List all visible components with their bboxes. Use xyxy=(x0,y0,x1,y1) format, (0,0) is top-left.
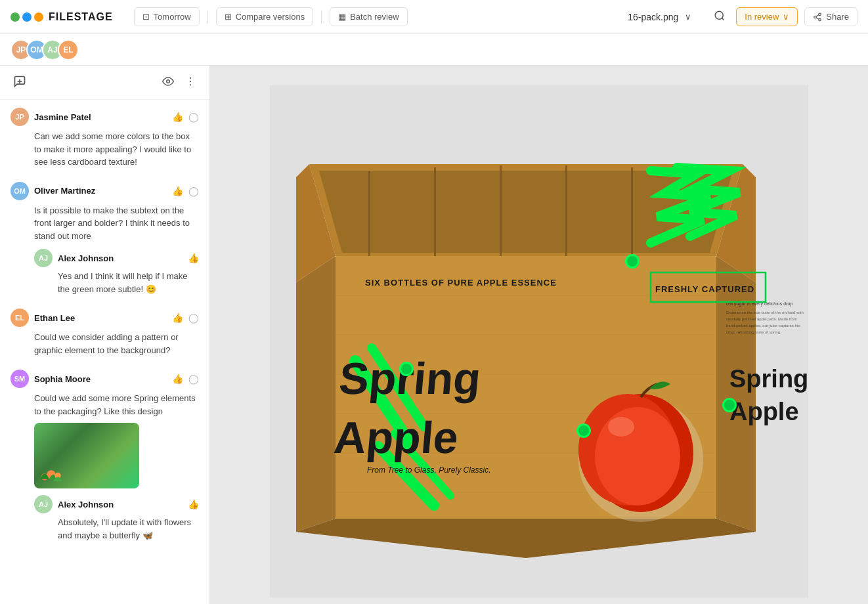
svg-text:Spring: Spring xyxy=(337,353,483,403)
svg-line-4 xyxy=(816,17,819,18)
resolve-btn[interactable]: ◯ xyxy=(188,112,199,122)
box-mockup: SIX BOTTLES OF PURE APPLE ESSENCE Spring… xyxy=(270,85,808,597)
sidebar: JPJasmine Patel👍◯Can we add some more co… xyxy=(0,66,210,604)
compare-versions-btn[interactable]: ⊞ Compare versions xyxy=(216,7,314,26)
svg-point-10 xyxy=(190,81,191,82)
comment-item: SMSophia Moore👍◯Could we add some more S… xyxy=(11,370,199,542)
svg-text:Apple: Apple xyxy=(332,412,460,462)
logo-dots xyxy=(11,12,43,22)
comment-body: Is it possible to make the subtext on th… xyxy=(34,204,199,243)
svg-text:Experience the true taste of t: Experience the true taste of the orchard… xyxy=(726,311,804,314)
compare-icon: ⊞ xyxy=(225,12,232,22)
marker-2[interactable] xyxy=(399,362,414,376)
filename-dropdown-btn[interactable]: ∨ xyxy=(682,11,694,23)
more-options-btn[interactable] xyxy=(182,73,199,92)
comment-header: OMOliver Martinez👍◯ xyxy=(11,182,199,200)
svg-point-3 xyxy=(819,18,821,21)
comment-username: Oliver Martinez xyxy=(34,186,95,196)
comment-header: SMSophia Moore👍◯ xyxy=(11,370,199,388)
dot-orange xyxy=(34,12,43,22)
reply-body: Absolutely, I'll update it with flowers … xyxy=(58,516,199,542)
avatar-group: JPOMAJEL xyxy=(11,39,74,60)
eye-btn[interactable] xyxy=(160,73,177,92)
add-comment-btn[interactable] xyxy=(11,72,29,93)
sidebar-right-tools xyxy=(160,73,199,92)
search-btn[interactable] xyxy=(710,6,729,28)
reply-header: AJAlex Johnson👍 xyxy=(34,495,199,513)
resolve-btn[interactable]: ◯ xyxy=(188,374,199,384)
comment-header: ELEthan Lee👍◯ xyxy=(11,309,199,327)
svg-text:crisp, refreshing taste of spr: crisp, refreshing taste of spring. xyxy=(726,330,781,334)
svg-text:FRESHLY CAPTURED: FRESHLY CAPTURED xyxy=(655,284,754,294)
sub-nav: JPOMAJEL xyxy=(0,34,868,66)
reply-body: Yes and I think it will help if I make t… xyxy=(58,270,199,295)
comment-avatar: EL xyxy=(11,309,29,327)
like-btn[interactable]: 👍 xyxy=(172,112,183,122)
nav-actions: In review ∨ Share xyxy=(710,6,857,28)
like-btn[interactable]: 👍 xyxy=(172,313,183,323)
reply-header: AJAlex Johnson👍 xyxy=(34,249,199,267)
comment-body: Could we consider adding a pattern or gr… xyxy=(34,331,199,356)
comment-username: Jasmine Patel xyxy=(34,112,91,122)
reviewer-avatar[interactable]: EL xyxy=(58,39,79,60)
reply-username: Alex Johnson xyxy=(58,253,114,263)
filename-area: 16-pack.png ∨ xyxy=(628,11,694,23)
logo-text: FILESTAGE xyxy=(49,11,113,23)
main-content: JPJasmine Patel👍◯Can we add some more co… xyxy=(0,66,868,604)
reply-like-btn[interactable]: 👍 xyxy=(188,253,199,263)
reply-avatar: AJ xyxy=(34,495,53,513)
share-icon xyxy=(813,12,822,22)
calendar-icon: ⊡ xyxy=(142,12,150,22)
reply-user: AJAlex Johnson xyxy=(34,249,114,267)
comment-action-buttons: 👍◯ xyxy=(172,374,199,384)
more-options-icon xyxy=(184,76,196,87)
nav-sep-1 xyxy=(207,11,208,24)
svg-text:carefully pressed apple juice.: carefully pressed apple juice. Made from xyxy=(726,317,797,321)
add-comment-icon xyxy=(13,75,26,88)
filename-label: 16-pack.png xyxy=(628,12,678,22)
batch-review-btn[interactable]: ▦ Batch review xyxy=(330,7,407,26)
marker-4[interactable] xyxy=(722,398,737,412)
status-chevron-icon: ∨ xyxy=(783,12,789,22)
svg-rect-40 xyxy=(434,167,436,256)
comment-username: Ethan Lee xyxy=(34,313,75,323)
svg-rect-42 xyxy=(565,165,567,256)
dot-green xyxy=(11,12,20,22)
comment-avatar: OM xyxy=(11,182,29,200)
comment-user: ELEthan Lee xyxy=(11,309,75,327)
comment-body: Can we add some more colors to the box t… xyxy=(34,130,199,169)
svg-point-11 xyxy=(190,84,191,85)
top-nav: FILESTAGE ⊡ Tomorrow ⊞ Compare versions … xyxy=(0,0,868,34)
status-label: In review xyxy=(745,12,779,22)
reply-user: AJAlex Johnson xyxy=(34,495,114,513)
comment-avatar: JP xyxy=(11,108,29,126)
svg-text:Spring: Spring xyxy=(729,365,808,393)
tomorrow-btn[interactable]: ⊡ Tomorrow xyxy=(134,7,200,26)
nav-sep-2 xyxy=(321,11,322,24)
comment-user: OMOliver Martinez xyxy=(11,182,95,200)
resolve-btn[interactable]: ◯ xyxy=(188,186,199,196)
svg-rect-39 xyxy=(368,171,370,256)
chevron-down-icon: ∨ xyxy=(685,12,691,22)
like-btn[interactable]: 👍 xyxy=(172,374,183,384)
svg-line-5 xyxy=(816,14,819,16)
comment-username: Sophia Moore xyxy=(34,374,91,384)
svg-rect-43 xyxy=(631,167,633,256)
like-btn[interactable]: 👍 xyxy=(172,186,183,196)
svg-point-0 xyxy=(716,11,724,19)
comment-item: JPJasmine Patel👍◯Can we add some more co… xyxy=(11,108,199,169)
svg-text:Apple: Apple xyxy=(729,398,799,425)
svg-point-30 xyxy=(595,407,680,506)
comment-body: Could we add some more Spring elements t… xyxy=(34,392,199,418)
share-btn[interactable]: Share xyxy=(804,7,857,26)
svg-point-8 xyxy=(167,80,170,83)
resolve-btn[interactable]: ◯ xyxy=(188,313,199,323)
status-btn[interactable]: In review ∨ xyxy=(736,7,798,26)
svg-point-9 xyxy=(190,77,191,79)
comment-user: SMSophia Moore xyxy=(11,370,91,388)
comment-attachment[interactable] xyxy=(34,423,139,488)
eye-icon xyxy=(162,76,174,87)
svg-point-31 xyxy=(608,417,634,437)
reply-like-btn[interactable]: 👍 xyxy=(188,499,199,509)
box-svg: SIX BOTTLES OF PURE APPLE ESSENCE Spring… xyxy=(270,85,808,597)
